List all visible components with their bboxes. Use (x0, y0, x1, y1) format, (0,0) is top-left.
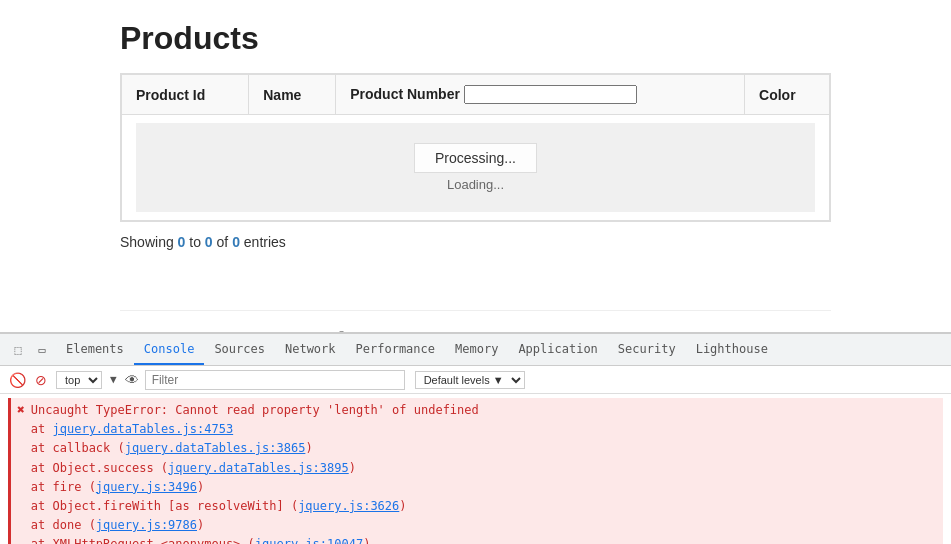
page-title: Products (120, 20, 831, 57)
devtools-inspect-icon[interactable]: ⬚ (8, 340, 28, 360)
context-arrow: ▼ (110, 373, 117, 374)
showing-info: Showing 0 to 0 of 0 entries (120, 234, 831, 250)
showing-label: Showing (120, 234, 178, 250)
column-header-product-number[interactable]: Product Number (336, 75, 745, 115)
tab-sources[interactable]: Sources (204, 334, 275, 365)
processing-overlay: Processing... Loading... (136, 123, 815, 212)
column-header-name[interactable]: Name (249, 75, 336, 115)
tab-console[interactable]: Console (134, 334, 205, 365)
error-filter-button[interactable]: ⊘ (32, 371, 50, 375)
showing-to: 0 (205, 234, 213, 250)
tab-security[interactable]: Security (608, 334, 686, 365)
tab-network[interactable]: Network (275, 334, 346, 365)
devtools-tabs: ⬚ ▭ Elements Console Sources Network Per… (0, 334, 951, 366)
loading-text: Loading... (136, 177, 815, 192)
clear-console-button[interactable]: 🚫 (8, 371, 26, 375)
table-header-row: Product Id Name Product Number Color (122, 75, 830, 115)
devtools-panel: ⬚ ▭ Elements Console Sources Network Per… (0, 332, 951, 374)
processing-text: Processing... (435, 150, 516, 166)
filter-input[interactable] (145, 370, 405, 375)
tab-elements[interactable]: Elements (56, 334, 134, 365)
tab-memory[interactable]: Memory (445, 334, 508, 365)
showing-total: 0 (232, 234, 240, 250)
default-levels-selector[interactable]: Default levels ▼ (415, 371, 525, 375)
devtools-toolbar: 🚫 ⊘ top ▼ 👁 Default levels ▼ (0, 366, 951, 374)
showing-suffix: entries (240, 234, 286, 250)
processing-cell: Processing... Loading... (122, 115, 830, 221)
context-selector[interactable]: top (56, 371, 102, 375)
column-header-color[interactable]: Color (745, 75, 830, 115)
processing-box: Processing... (414, 143, 537, 173)
tab-performance[interactable]: Performance (346, 334, 445, 365)
search-input[interactable] (464, 85, 637, 104)
datatable-wrapper: Product Id Name Product Number Color Pro… (120, 73, 831, 222)
processing-row: Processing... Loading... (122, 115, 830, 221)
eye-icon[interactable]: 👁 (125, 372, 139, 375)
column-header-product-id[interactable]: Product Id (122, 75, 249, 115)
page-container: Products Product Id Name Product Number … (0, 0, 951, 374)
devtools-device-icon[interactable]: ▭ (32, 340, 52, 360)
products-table: Product Id Name Product Number Color Pro… (121, 74, 830, 221)
tab-lighthouse[interactable]: Lighthouse (686, 334, 778, 365)
tab-application[interactable]: Application (508, 334, 607, 365)
